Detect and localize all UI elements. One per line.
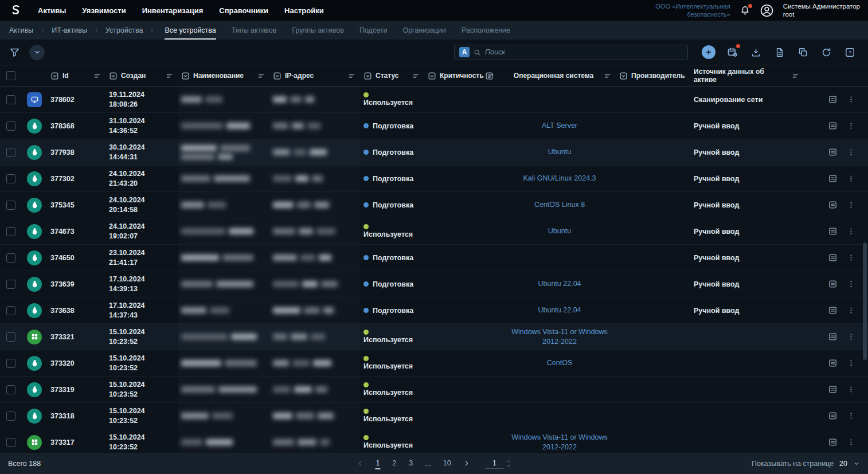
os-link[interactable]: Ubuntu 22.04 xyxy=(538,305,581,315)
column-dropdown-icon[interactable] xyxy=(181,72,190,80)
row-menu-icon[interactable] xyxy=(847,359,855,367)
refresh-button[interactable] xyxy=(819,45,833,59)
notifications-button[interactable] xyxy=(740,5,750,16)
expand-filters-button[interactable] xyxy=(29,45,45,60)
row-checkbox[interactable] xyxy=(6,227,15,236)
select-all-checkbox[interactable] xyxy=(6,71,15,80)
row-menu-icon[interactable] xyxy=(847,332,855,341)
details-panel-icon[interactable] xyxy=(828,121,838,131)
column-dropdown-icon[interactable] xyxy=(50,72,59,80)
tab-3[interactable]: Подсети xyxy=(359,21,387,40)
column-dropdown-icon[interactable] xyxy=(363,72,372,80)
row-checkbox[interactable] xyxy=(6,306,15,315)
next-page-button[interactable] xyxy=(463,460,471,467)
sort-icon[interactable] xyxy=(348,72,357,80)
search-input[interactable] xyxy=(485,48,683,56)
row-menu-icon[interactable] xyxy=(847,280,855,288)
page-button-2[interactable]: 2 xyxy=(392,458,397,469)
details-panel-icon[interactable] xyxy=(828,147,838,157)
page-button-1[interactable]: 1 xyxy=(375,458,380,469)
vertical-scrollbar[interactable] xyxy=(863,242,867,360)
row-checkbox[interactable] xyxy=(6,280,15,289)
tab-1[interactable]: Типы активов xyxy=(232,21,277,40)
row-checkbox[interactable] xyxy=(6,174,15,183)
breadcrumb-item-0[interactable]: Активы xyxy=(9,26,33,34)
nav-item-3[interactable]: Справочники xyxy=(219,6,268,15)
row-menu-icon[interactable] xyxy=(847,201,855,209)
tab-0[interactable]: Все устройства xyxy=(165,21,216,40)
prev-page-button[interactable] xyxy=(356,460,363,467)
tab-2[interactable]: Группы активов xyxy=(292,21,344,40)
details-panel-icon[interactable] xyxy=(828,411,838,421)
sort-icon[interactable] xyxy=(166,72,174,80)
breadcrumb-item-2[interactable]: Устройства xyxy=(105,26,143,34)
os-link[interactable]: Ubuntu xyxy=(548,147,571,157)
os-link[interactable]: CentOS Linux 8 xyxy=(534,200,585,210)
os-link[interactable]: ALT Server xyxy=(542,121,577,131)
sort-icon[interactable] xyxy=(412,72,421,80)
row-checkbox[interactable] xyxy=(6,412,15,421)
search-attribute-toggle[interactable]: A xyxy=(459,47,470,57)
add-button[interactable] xyxy=(702,45,715,59)
sort-icon[interactable] xyxy=(257,72,266,80)
report-button[interactable] xyxy=(772,45,786,59)
details-panel-icon[interactable] xyxy=(828,253,838,263)
row-menu-icon[interactable] xyxy=(847,122,855,130)
per-page-value[interactable]: 20 xyxy=(839,460,847,468)
app-logo-icon[interactable] xyxy=(7,3,24,17)
row-checkbox[interactable] xyxy=(6,385,15,394)
os-link[interactable]: Windows Vista-11 or Windows 2012-2022 xyxy=(507,433,612,452)
row-checkbox[interactable] xyxy=(6,438,15,447)
details-panel-icon[interactable] xyxy=(828,358,838,368)
column-dropdown-icon[interactable] xyxy=(428,72,436,80)
column-dropdown-icon[interactable] xyxy=(485,72,494,80)
column-dropdown-icon[interactable] xyxy=(273,72,281,80)
copy-button[interactable] xyxy=(796,45,810,59)
chevron-down-icon[interactable] xyxy=(506,464,512,468)
row-checkbox[interactable] xyxy=(6,253,15,263)
tab-4[interactable]: Организации xyxy=(402,21,446,40)
row-menu-icon[interactable] xyxy=(847,148,855,156)
details-panel-icon[interactable] xyxy=(828,174,838,183)
help-button[interactable]: ? xyxy=(843,45,857,59)
os-link[interactable]: CentOS xyxy=(547,358,572,368)
details-panel-icon[interactable] xyxy=(828,95,838,104)
user-info[interactable]: Системы Администратор root xyxy=(783,2,860,19)
sort-icon[interactable] xyxy=(604,72,612,80)
row-menu-icon[interactable] xyxy=(847,227,855,236)
row-checkbox[interactable] xyxy=(6,95,15,104)
chevron-down-icon[interactable] xyxy=(853,460,860,467)
details-panel-icon[interactable] xyxy=(828,279,838,289)
page-input-value[interactable]: 1 xyxy=(486,458,504,469)
column-dropdown-icon[interactable] xyxy=(619,72,628,80)
os-link[interactable]: Windows Vista-11 or Windows 2012-2022 xyxy=(507,327,612,347)
details-panel-icon[interactable] xyxy=(828,226,838,236)
row-menu-icon[interactable] xyxy=(847,95,855,104)
row-menu-icon[interactable] xyxy=(847,438,855,446)
details-panel-icon[interactable] xyxy=(828,200,838,210)
row-checkbox[interactable] xyxy=(6,148,15,157)
download-button[interactable] xyxy=(749,45,763,59)
scan-schedule-button[interactable] xyxy=(725,45,739,59)
details-panel-icon[interactable] xyxy=(828,385,838,394)
row-menu-icon[interactable] xyxy=(847,174,855,183)
sort-icon[interactable] xyxy=(93,72,102,80)
row-menu-icon[interactable] xyxy=(847,253,855,262)
row-checkbox[interactable] xyxy=(6,332,15,342)
details-panel-icon[interactable] xyxy=(828,305,838,315)
chevron-up-icon[interactable] xyxy=(506,459,512,464)
nav-item-1[interactable]: Уязвимости xyxy=(82,6,126,15)
row-checkbox[interactable] xyxy=(6,201,15,210)
tab-5[interactable]: Расположение xyxy=(462,21,510,40)
breadcrumb-item-1[interactable]: ИТ-активы xyxy=(52,26,87,34)
row-menu-icon[interactable] xyxy=(847,385,855,394)
row-menu-icon[interactable] xyxy=(847,412,855,420)
nav-item-0[interactable]: Активы xyxy=(38,6,66,15)
os-link[interactable]: Ubuntu xyxy=(548,226,571,236)
nav-item-4[interactable]: Настройки xyxy=(284,6,324,15)
details-panel-icon[interactable] xyxy=(828,332,838,342)
filter-button[interactable] xyxy=(9,47,20,58)
user-avatar-icon[interactable] xyxy=(760,3,774,18)
os-link[interactable]: Kali GNU/Linux 2024.3 xyxy=(523,174,596,183)
column-dropdown-icon[interactable] xyxy=(109,72,118,80)
